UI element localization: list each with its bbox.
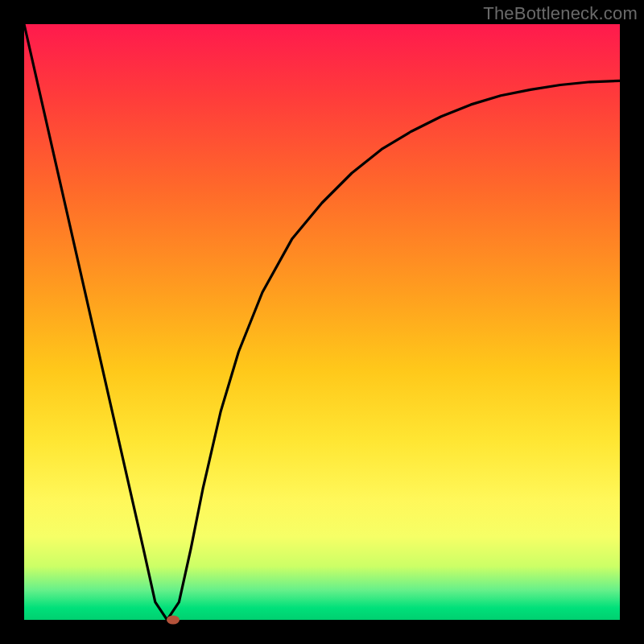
watermark-text: TheBottleneck.com	[483, 3, 638, 24]
chart-frame: TheBottleneck.com	[0, 0, 644, 644]
optimal-point-marker	[167, 616, 180, 625]
bottleneck-curve	[24, 24, 620, 620]
plot-area	[24, 24, 620, 620]
